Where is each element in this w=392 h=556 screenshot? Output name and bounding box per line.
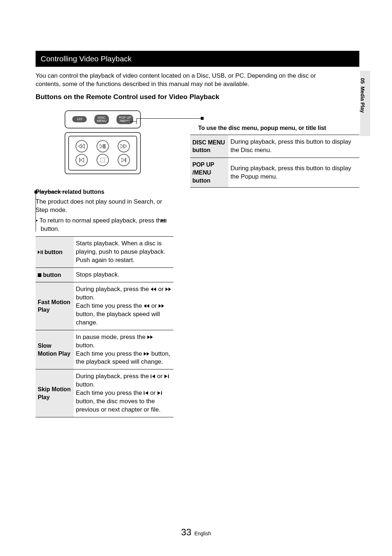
svg-rect-3 <box>101 158 105 162</box>
t: or <box>148 389 158 396</box>
t: During playback, press the <box>76 373 151 380</box>
playback-table: button Starts playback. When a disc is p… <box>36 236 173 417</box>
svg-rect-12 <box>144 391 144 395</box>
table-row: Slow Motion Play In pause mode, press th… <box>36 330 173 369</box>
cell-key: DISC MENU button <box>190 135 228 158</box>
cell-value: During playback, press this button to di… <box>228 135 359 158</box>
svg-rect-4 <box>125 158 126 162</box>
stop-inline-icon <box>38 271 41 279</box>
t: button. <box>76 381 95 388</box>
t: Each time you press the <box>76 389 144 396</box>
fast-forward-icon <box>118 140 130 152</box>
leader-line-1 <box>36 192 65 232</box>
page-footer: 33 English <box>0 526 392 539</box>
fast-forward-inline-icon <box>166 285 171 294</box>
table-row: Fast Motion Play During playback, press … <box>36 282 173 330</box>
cell-key: Fast Motion Play <box>36 282 74 330</box>
remote-top-group: 123 DISC MENU POP UP /MENU <box>65 110 141 128</box>
fast-forward-inline-icon <box>144 350 150 358</box>
page-number: 33 <box>181 527 192 537</box>
cell-key: Skip Motion Play <box>36 369 74 417</box>
leader-line-2v <box>136 118 137 124</box>
t: button. <box>76 342 95 349</box>
t: button, the disc moves to the previous o… <box>76 398 160 413</box>
svg-rect-2 <box>79 158 80 162</box>
remote-diagram: 123 DISC MENU POP UP /MENU <box>36 110 173 181</box>
cell-value: During playback, press the or button. Ea… <box>74 282 173 330</box>
fast-forward-inline-icon <box>147 333 153 342</box>
svg-rect-5 <box>164 219 165 222</box>
cell-value: During playback, press the or button. Ea… <box>74 369 173 417</box>
skip-back-inline-icon <box>144 389 148 397</box>
svg-rect-6 <box>166 219 166 222</box>
leader-line-2b <box>136 118 202 119</box>
remote-disc-l2: MENU <box>97 119 107 123</box>
svg-rect-9 <box>38 273 41 277</box>
subheading: Buttons on the Remote Control used for V… <box>36 92 359 102</box>
table-row: POP UP /MENU button During playback, pre… <box>190 158 359 188</box>
play-pause-inline-icon <box>38 248 43 256</box>
svg-rect-0 <box>103 144 104 148</box>
rewind-inline-icon <box>144 302 150 310</box>
remote-bottom-group <box>65 132 141 174</box>
page-lang: English <box>194 531 211 536</box>
svg-rect-1 <box>105 144 105 148</box>
skip-forward-icon <box>118 154 130 166</box>
cell-value: In pause mode, press the button. Each ti… <box>74 330 173 369</box>
cell-value: Starts playback. When a disc is playing,… <box>74 237 173 268</box>
leader-line-2a <box>126 121 136 122</box>
cell-key: button <box>36 237 74 268</box>
stop-icon <box>97 154 109 166</box>
t: In pause mode, press the <box>76 334 147 340</box>
k-post: button <box>43 249 62 255</box>
rewind-inline-icon <box>151 285 156 294</box>
rewind-icon <box>75 140 88 152</box>
remote-popup-menu-button: POP UP /MENU <box>117 115 133 124</box>
skip-back-icon <box>75 154 88 166</box>
t: Each time you press the <box>76 302 144 309</box>
remote-123-button: 123 <box>72 116 87 122</box>
skip-back-inline-icon <box>151 372 155 381</box>
svg-rect-11 <box>168 375 169 378</box>
cell-value: Stops playback. <box>74 268 173 282</box>
fast-forward-inline-icon <box>159 302 164 310</box>
svg-rect-13 <box>161 391 162 395</box>
cell-value: During playback, press this button to di… <box>228 158 359 188</box>
leader-dot-2 <box>201 117 204 120</box>
t: button, the playback speed will change. <box>76 311 160 326</box>
menu-table: DISC MENU button During playback, press … <box>190 135 359 188</box>
cell-key: POP UP /MENU button <box>190 158 228 188</box>
section-header: Controlling Video Playback <box>36 51 359 67</box>
svg-rect-10 <box>151 375 151 378</box>
t: or <box>155 373 164 380</box>
svg-rect-7 <box>41 250 41 254</box>
table-row: Skip Motion Play During playback, press … <box>36 369 173 417</box>
menu-section-title: To use the disc menu, popup menu, or tit… <box>198 124 359 132</box>
t: button. <box>76 294 95 301</box>
t: During playback, press the <box>76 286 151 293</box>
t: or <box>150 302 159 309</box>
table-row: button Stops playback. <box>36 268 173 282</box>
intro-text: You can control the playback of video co… <box>36 72 359 89</box>
remote-disc-menu-button: DISC MENU <box>94 115 109 124</box>
skip-forward-inline-icon <box>164 372 169 381</box>
k-post: button <box>41 272 61 278</box>
skip-forward-inline-icon <box>158 389 162 397</box>
table-row: button Starts playback. When a disc is p… <box>36 237 173 268</box>
table-row: DISC MENU button During playback, press … <box>190 135 359 158</box>
t: Each time you press the <box>76 350 144 357</box>
play-pause-icon <box>97 140 109 152</box>
cell-key: button <box>36 268 74 282</box>
cell-key: Slow Motion Play <box>36 330 74 369</box>
t: or <box>156 286 166 293</box>
